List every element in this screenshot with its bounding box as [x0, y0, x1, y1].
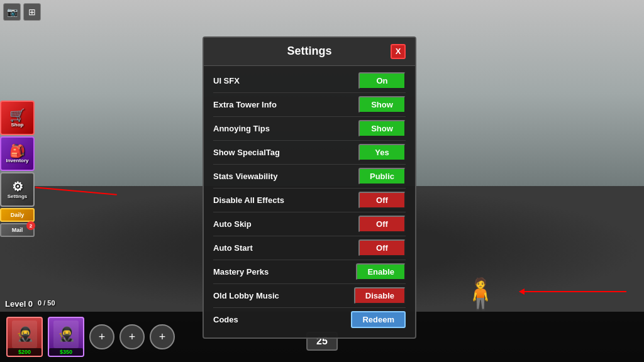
hero-price-1: $200 — [8, 348, 42, 356]
setting-row: UI SFX On — [213, 69, 406, 93]
hero-figure-1: 🥷 — [12, 321, 37, 348]
hero-slot-1[interactable]: 🥷 $200 — [6, 317, 43, 357]
screenshot-icon[interactable]: 📷 — [3, 3, 21, 21]
capacity-display: 0 / 50 — [38, 299, 55, 307]
modal-title: Settings — [228, 45, 391, 58]
menu-icon[interactable]: ⊞ — [23, 3, 41, 21]
inventory-icon: 🎒 — [9, 145, 25, 157]
hero-price-2: $350 — [49, 348, 83, 356]
add-slot-2[interactable]: + — [119, 324, 145, 349]
setting-value-btn[interactable]: Yes — [358, 144, 406, 161]
settings-content: UI SFX On Extra Tower Info Show Annoying… — [204, 66, 415, 337]
setting-value-btn[interactable]: On — [358, 72, 406, 89]
setting-label: Auto Start — [213, 243, 253, 253]
settings-label: Settings — [8, 194, 28, 199]
setting-label: Mastery Perks — [213, 267, 269, 277]
setting-row: Mastery Perks Enable — [213, 260, 406, 284]
level-text: Level 0 — [5, 299, 33, 309]
settings-modal[interactable]: Settings X UI SFX On Extra Tower Info Sh… — [203, 36, 416, 339]
setting-value-btn[interactable]: Disable — [354, 287, 406, 304]
setting-row: Old Lobby Music Disable — [213, 284, 406, 308]
setting-label: Codes — [213, 315, 238, 324]
setting-label: UI SFX — [213, 76, 240, 85]
player-character: 🧍 — [462, 277, 499, 312]
shop-icon: 🛒 — [9, 109, 25, 121]
setting-label: Disable All Effects — [213, 195, 284, 205]
daily-label: Daily — [11, 212, 25, 218]
modal-header: Settings X — [204, 38, 415, 66]
setting-label: Annoying Tips — [213, 124, 270, 133]
close-button[interactable]: X — [391, 44, 406, 59]
setting-value-btn[interactable]: Enable — [356, 263, 406, 280]
setting-value-btn[interactable]: Off — [358, 216, 406, 233]
setting-label: Stats Viewability — [213, 172, 277, 181]
setting-row: Stats Viewability Public — [213, 165, 406, 189]
hero-figure-2: 🥷 — [53, 321, 79, 348]
daily-button[interactable]: Daily — [0, 208, 35, 222]
setting-row: Codes Redeem — [213, 308, 406, 331]
shop-button[interactable]: 🛒 Shop — [0, 101, 35, 135]
inventory-button[interactable]: 🎒 Inventory — [0, 136, 35, 171]
setting-value-btn[interactable]: Redeem — [351, 311, 406, 328]
left-sidebar: 🛒 Shop 🎒 Inventory ⚙ Settings Daily Mail… — [0, 101, 35, 237]
setting-label: Old Lobby Music — [213, 291, 279, 300]
setting-row: Extra Tower Info Show — [213, 93, 406, 117]
top-icons-area: 📷 ⊞ — [3, 3, 41, 21]
level-display: Level 0 — [5, 299, 33, 309]
arrow-redeem-head — [519, 288, 525, 295]
setting-value-btn[interactable]: Off — [358, 239, 406, 256]
setting-label: Extra Tower Info — [213, 100, 277, 109]
setting-row: Disable All Effects Off — [213, 189, 406, 212]
capacity-text: 0 / 50 — [38, 299, 55, 307]
shop-label: Shop — [11, 122, 24, 128]
mail-button[interactable]: Mail 2 — [0, 223, 35, 237]
setting-row: Show SpecialTag Yes — [213, 141, 406, 165]
hero-slot-2[interactable]: 🥷 $350 — [48, 317, 84, 357]
setting-value-btn[interactable]: Public — [358, 168, 406, 185]
setting-row: Annoying Tips Show — [213, 117, 406, 141]
add-slot-3[interactable]: + — [150, 324, 175, 349]
add-slot-1[interactable]: + — [89, 324, 114, 349]
inventory-label: Inventory — [6, 158, 28, 163]
arrow-redeem — [519, 291, 626, 292]
setting-value-btn[interactable]: Show — [358, 96, 406, 113]
setting-label: Show SpecialTag — [213, 148, 280, 157]
setting-value-btn[interactable]: Off — [358, 192, 406, 209]
setting-value-btn[interactable]: Show — [358, 120, 406, 137]
setting-row: Auto Skip Off — [213, 212, 406, 236]
gear-icon: ⚙ — [12, 180, 23, 193]
mail-badge: 2 — [26, 221, 35, 230]
settings-button[interactable]: ⚙ Settings — [0, 172, 35, 207]
setting-row: Auto Start Off — [213, 236, 406, 260]
setting-label: Auto Skip — [213, 219, 252, 229]
mail-label: Mail — [12, 227, 23, 233]
